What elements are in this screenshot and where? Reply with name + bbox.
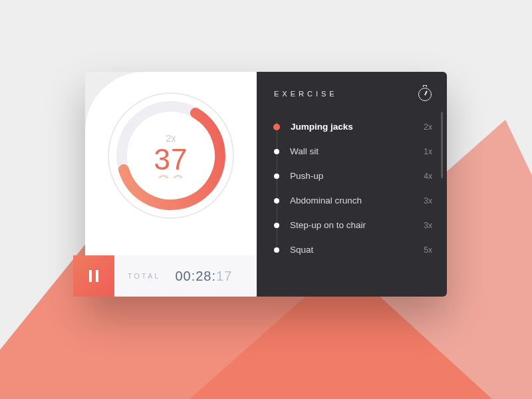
total-time-value: 00:28:17 bbox=[175, 269, 232, 284]
bullet-icon bbox=[274, 149, 279, 154]
total-label: TOTAL bbox=[128, 272, 160, 280]
bullet-icon bbox=[274, 174, 279, 179]
exercise-name: Step-up on to chair bbox=[290, 220, 424, 230]
exercise-name: Abdominal crunch bbox=[290, 196, 424, 205]
exercise-reps: 4x bbox=[424, 172, 432, 181]
bullet-icon bbox=[274, 198, 279, 203]
exercise-item[interactable]: Abdominal crunch3x bbox=[274, 188, 432, 213]
exercise-item[interactable]: Wall sit1x bbox=[274, 139, 432, 164]
footer-bar: TOTAL 00:28:17 bbox=[73, 255, 257, 297]
bullet-icon bbox=[273, 124, 280, 130]
exercise-reps: 3x bbox=[424, 221, 432, 230]
workout-card: 2x 37 36 TOTAL 00:28:17 EXERCISE bbox=[85, 72, 447, 297]
stopwatch-icon[interactable] bbox=[418, 86, 432, 101]
pause-icon bbox=[89, 270, 98, 282]
panel-title: EXERCISE bbox=[274, 90, 338, 98]
exercise-item[interactable]: Squat5x bbox=[274, 237, 432, 262]
progress-ring: 2x 37 36 bbox=[106, 90, 236, 221]
exercise-name: Push-up bbox=[290, 171, 424, 181]
exercise-reps: 2x bbox=[424, 122, 432, 132]
exercise-panel: EXERCISE Jumping jacks2xWall sit1xPush-u… bbox=[257, 72, 447, 297]
reps-multiplier: 2x bbox=[166, 133, 176, 144]
bullet-icon bbox=[274, 247, 279, 253]
exercise-name: Jumping jacks bbox=[291, 122, 424, 132]
exercise-name: Wall sit bbox=[290, 146, 424, 156]
bullet-icon bbox=[274, 223, 279, 228]
countdown: 37 36 bbox=[154, 145, 188, 178]
exercise-item[interactable]: Push-up4x bbox=[274, 164, 432, 188]
exercise-name: Squat bbox=[290, 245, 424, 255]
exercise-reps: 3x bbox=[424, 196, 432, 205]
exercise-item[interactable]: Step-up on to chair3x bbox=[274, 213, 432, 237]
exercise-reps: 5x bbox=[424, 245, 432, 255]
scrollbar[interactable] bbox=[441, 112, 443, 178]
timer-panel: 2x 37 36 TOTAL 00:28:17 bbox=[85, 72, 257, 297]
exercise-list[interactable]: Jumping jacks2xWall sit1xPush-up4xAbdomi… bbox=[274, 114, 432, 262]
exercise-reps: 1x bbox=[424, 147, 432, 156]
timer-readout: 2x 37 36 bbox=[106, 90, 236, 221]
total-time-display: TOTAL 00:28:17 bbox=[114, 255, 257, 297]
pause-button[interactable] bbox=[73, 255, 114, 297]
exercise-item[interactable]: Jumping jacks2x bbox=[274, 114, 432, 139]
count-next: 36 bbox=[154, 174, 188, 178]
